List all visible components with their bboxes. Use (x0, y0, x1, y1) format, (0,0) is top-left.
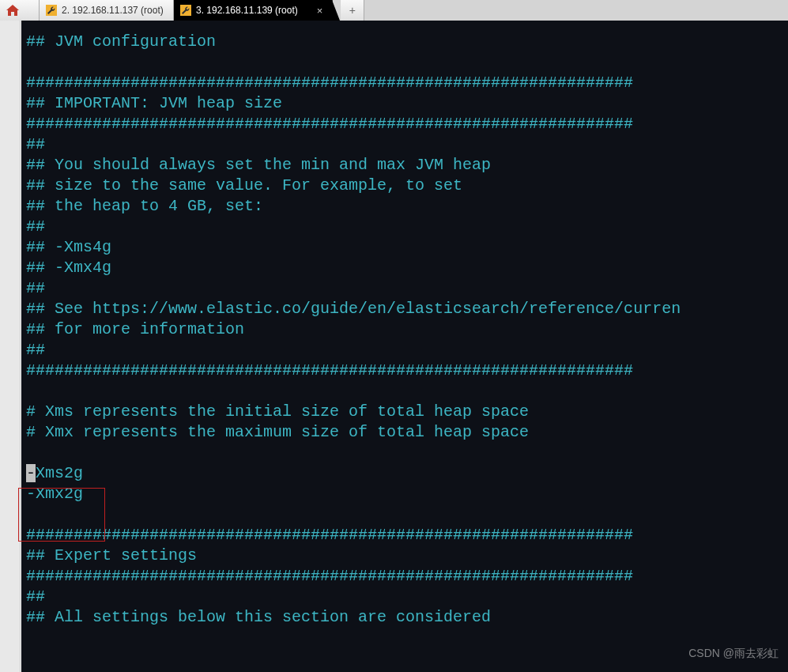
terminal-line: ########################################… (26, 73, 783, 93)
terminal-line: ## You should always set the min and max… (26, 155, 783, 176)
terminal-line: ## (26, 340, 783, 361)
terminal-line: # Xmx represents the maximum size of tot… (26, 422, 783, 443)
terminal-line (26, 504, 783, 525)
terminal-line (26, 381, 783, 402)
terminal-line: ## JVM configuration (26, 32, 783, 52)
left-gutter (0, 21, 21, 672)
wrench-icon (46, 5, 57, 16)
terminal-line: ## (26, 587, 783, 607)
terminal-line: ## -Xms4g (26, 237, 783, 258)
terminal-line: ## All settings below this section are c… (26, 607, 783, 628)
tab-home[interactable] (0, 0, 40, 21)
tab-label: 2. 192.168.11.137 (root) (62, 5, 164, 16)
tab-session-1[interactable]: 2. 192.168.11.137 (root) (40, 0, 174, 21)
terminal-line: ## for more information (26, 319, 783, 340)
watermark: CSDN @雨去彩虹 (688, 647, 779, 661)
wrench-icon (180, 5, 191, 16)
terminal-line: ## See https://www.elastic.co/guide/en/e… (26, 299, 783, 319)
terminal-content[interactable]: ## JVM configuration ###################… (21, 21, 788, 672)
terminal-line (26, 443, 783, 463)
terminal-line: ########################################… (26, 525, 783, 546)
terminal-line: ## size to the same value. For example, … (26, 176, 783, 196)
terminal-line: ## (26, 217, 783, 237)
terminal-line: ########################################… (26, 566, 783, 587)
new-tab-button[interactable]: + (341, 0, 364, 21)
terminal-line: ## IMPORTANT: JVM heap size (26, 93, 783, 114)
tab-session-2[interactable]: 3. 192.168.11.139 (root) × (174, 0, 333, 21)
terminal-line: ########################################… (26, 114, 783, 134)
home-icon (6, 5, 19, 16)
terminal-line: -Xms2g (26, 463, 783, 484)
terminal-line: ## (26, 278, 783, 299)
terminal-cursor: - (26, 464, 36, 482)
terminal-line: -Xmx2g (26, 484, 783, 504)
tab-bar: 2. 192.168.11.137 (root) 3. 192.168.11.1… (0, 0, 788, 21)
terminal-line (26, 52, 783, 73)
terminal-line: # Xms represents the initial size of tot… (26, 402, 783, 422)
tab-label: 3. 192.168.11.139 (root) (196, 5, 298, 16)
terminal-line: ## Expert settings (26, 546, 783, 566)
close-icon[interactable]: × (317, 5, 323, 17)
terminal-line: ########################################… (26, 361, 783, 381)
terminal-line: ## -Xmx4g (26, 258, 783, 278)
plus-icon: + (349, 4, 356, 17)
terminal-line: ## (26, 134, 783, 155)
terminal-line: ## the heap to 4 GB, set: (26, 196, 783, 217)
